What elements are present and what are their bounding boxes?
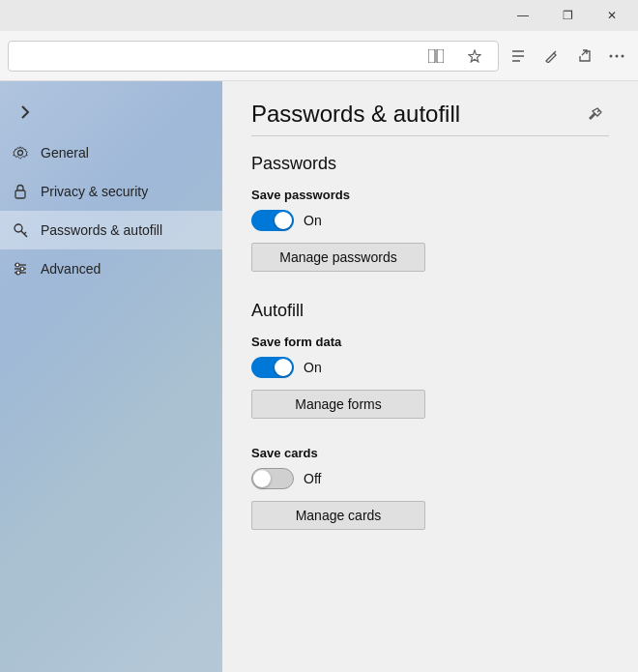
gear-icon	[12, 144, 29, 161]
sidebar-item-passwords[interactable]: Passwords & autofill	[0, 211, 222, 249]
passwords-section-title: Passwords	[251, 154, 609, 174]
svg-rect-1	[437, 49, 444, 63]
manage-forms-button[interactable]: Manage forms	[251, 390, 425, 419]
more-icon[interactable]	[603, 43, 630, 70]
autofill-section-title: Autofill	[251, 301, 609, 321]
hub-icon[interactable]	[505, 43, 532, 70]
address-bar[interactable]	[8, 41, 499, 72]
notes-icon[interactable]	[537, 43, 565, 70]
save-passwords-toggle[interactable]	[251, 210, 294, 231]
save-cards-label: Save cards	[251, 446, 609, 460]
save-passwords-toggle-row: On	[251, 210, 609, 231]
svg-point-9	[616, 54, 619, 57]
save-form-label: Save form data	[251, 335, 609, 349]
save-cards-toggle[interactable]	[251, 468, 294, 489]
share-icon[interactable]	[570, 43, 597, 70]
pin-icon[interactable]	[582, 101, 609, 128]
sidebar-item-privacy[interactable]: Privacy & security	[0, 172, 222, 211]
svg-line-7	[582, 50, 587, 55]
svg-rect-0	[428, 49, 435, 63]
svg-rect-12	[15, 190, 25, 198]
passwords-section: Passwords Save passwords On Manage passw…	[251, 154, 609, 291]
maximize-button[interactable]: ❐	[545, 0, 590, 31]
manage-passwords-button[interactable]: Manage passwords	[251, 243, 425, 272]
privacy-label: Privacy & security	[41, 184, 148, 199]
browser-toolbar	[0, 31, 638, 81]
save-form-toggle[interactable]	[251, 357, 294, 378]
save-cards-toggle-row: Off	[251, 468, 609, 489]
save-passwords-label: Save passwords	[251, 188, 609, 202]
svg-line-6	[554, 51, 556, 53]
main-layout: General Privacy & security Passwords & a…	[0, 81, 638, 672]
sidebar-item-advanced[interactable]: Advanced	[0, 249, 222, 288]
lock-icon	[12, 183, 29, 200]
svg-point-20	[20, 267, 24, 271]
svg-point-10	[622, 54, 624, 57]
minimize-button[interactable]: —	[501, 0, 545, 31]
svg-line-15	[24, 232, 26, 234]
manage-cards-button[interactable]: Manage cards	[251, 501, 425, 530]
svg-point-19	[15, 263, 19, 267]
general-label: General	[41, 145, 89, 161]
page-title: Passwords & autofill	[251, 101, 460, 128]
svg-line-22	[597, 110, 599, 112]
sidebar: General Privacy & security Passwords & a…	[0, 81, 222, 672]
svg-marker-2	[469, 50, 480, 62]
svg-point-21	[16, 271, 20, 275]
advanced-label: Advanced	[41, 261, 101, 277]
passwords-label: Passwords & autofill	[41, 222, 162, 238]
save-form-toggle-row: On	[251, 357, 609, 378]
save-form-thumb	[275, 359, 292, 376]
divider	[251, 135, 609, 136]
content-header: Passwords & autofill	[251, 101, 609, 128]
save-cards-state: Off	[304, 471, 321, 486]
title-bar: — ❐ ✕	[0, 0, 638, 31]
save-cards-thumb	[253, 470, 271, 487]
save-passwords-state: On	[304, 213, 322, 228]
save-form-state: On	[304, 360, 322, 375]
reading-view-icon[interactable]	[422, 43, 450, 70]
save-passwords-thumb	[275, 212, 292, 229]
favorites-icon[interactable]	[461, 43, 488, 70]
content-area: Passwords & autofill Passwords Save pass…	[222, 81, 638, 672]
key-icon	[12, 221, 29, 239]
svg-point-11	[18, 151, 23, 156]
sidebar-item-general[interactable]: General	[0, 133, 222, 172]
autofill-section: Autofill Save form data On Manage forms …	[251, 301, 609, 549]
svg-point-13	[14, 224, 22, 232]
svg-point-8	[610, 54, 613, 57]
sliders-icon	[12, 260, 29, 278]
close-button[interactable]: ✕	[590, 0, 634, 31]
sidebar-expand-button[interactable]	[8, 95, 43, 130]
